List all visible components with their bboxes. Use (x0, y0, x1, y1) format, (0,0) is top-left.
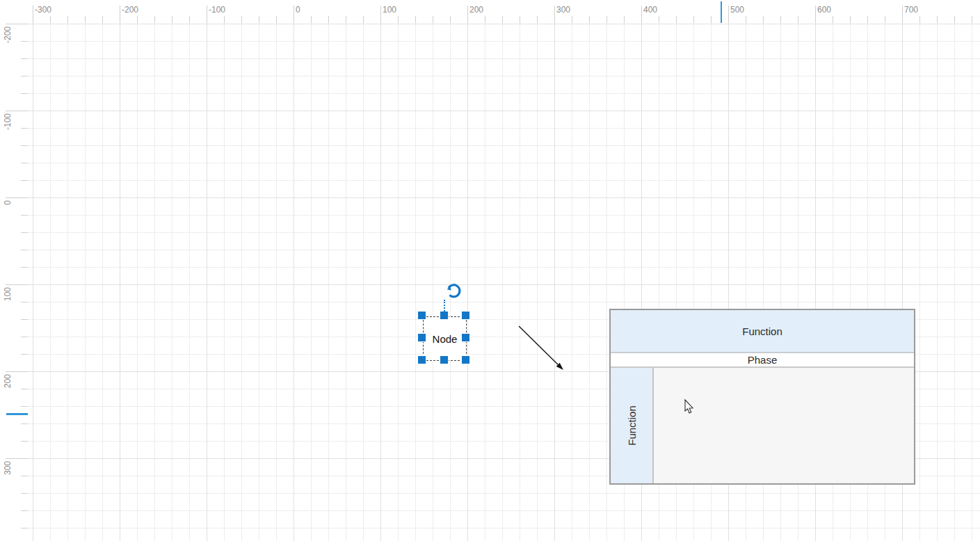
node-label: Node (433, 333, 458, 345)
ruler-label: -300 (35, 5, 51, 15)
ruler-label: 100 (383, 5, 396, 15)
table-column-header[interactable]: Phase (611, 353, 914, 368)
table-body: Function (611, 368, 914, 483)
table-row-header-label: Function (626, 405, 638, 446)
ruler-label: 200 (3, 374, 13, 388)
mouse-cursor-icon (684, 400, 694, 414)
resize-handle-n[interactable] (440, 311, 449, 320)
rotate-icon[interactable] (436, 284, 453, 300)
ruler-label: 500 (730, 5, 744, 15)
ruler-vertical-minor-ticks (21, 23, 28, 541)
table-lane-content[interactable] (654, 368, 914, 483)
ruler-label: -100 (3, 113, 13, 130)
ruler-horizontal: -300 -200 -100 0 100 200 300 400 500 600… (28, 0, 980, 23)
ruler-label: 200 (469, 5, 483, 15)
table-header[interactable]: Function (611, 310, 914, 353)
table-column-header-label: Phase (748, 354, 778, 366)
resize-handle-nw[interactable] (417, 311, 426, 320)
rotate-handle-connector (444, 300, 445, 312)
resize-handle-sw[interactable] (417, 355, 426, 364)
ruler-label: -200 (3, 26, 13, 43)
diagram-node[interactable]: Node (423, 316, 467, 361)
pointer-position-marker-y (6, 413, 28, 415)
resize-handle-s[interactable] (440, 355, 449, 364)
ruler-label: 300 (3, 461, 13, 475)
ruler-label: 600 (817, 5, 831, 15)
ruler-label: 0 (3, 200, 13, 205)
ruler-label: -100 (209, 5, 225, 15)
ruler-horizontal-minor-ticks (28, 16, 980, 23)
resize-handle-w[interactable] (417, 333, 426, 342)
resize-handle-e[interactable] (461, 333, 470, 342)
edge-arrow[interactable] (515, 320, 570, 376)
ruler-label: 300 (556, 5, 570, 15)
ruler-vertical: -200 -100 0 100 200 300 (0, 23, 28, 541)
table-node[interactable]: Function Phase Function (609, 309, 915, 485)
ruler-corner (0, 0, 28, 23)
ruler-label: -200 (122, 5, 138, 15)
pointer-position-marker-x (721, 1, 722, 23)
table-row-header[interactable]: Function (611, 368, 654, 483)
resize-handle-se[interactable] (461, 355, 470, 364)
ruler-label: 700 (904, 5, 918, 15)
diagram-canvas[interactable]: Node Function Phase (28, 23, 980, 541)
ruler-label: 100 (3, 287, 13, 301)
application-window: Node Function Phase (0, 0, 980, 541)
resize-handle-ne[interactable] (461, 311, 470, 320)
ruler-label: 0 (296, 5, 300, 15)
ruler-label: 400 (643, 5, 657, 15)
table-header-label: Function (742, 325, 782, 337)
